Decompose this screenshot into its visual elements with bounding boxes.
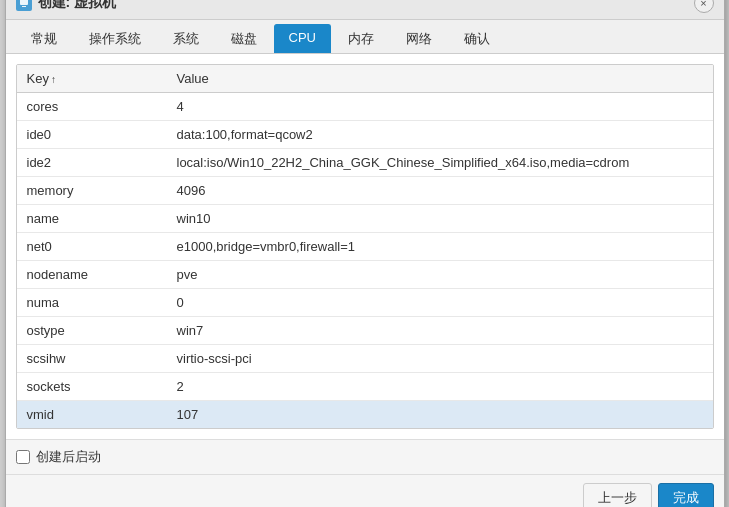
tab-network[interactable]: 网络: [391, 24, 447, 53]
table-cell-value: 4096: [167, 176, 713, 204]
tab-confirm[interactable]: 确认: [449, 24, 505, 53]
dialog-footer: 上一步 完成: [6, 474, 724, 508]
title-bar: 创建: 虚拟机 ×: [6, 0, 724, 20]
table-cell-value: 2: [167, 372, 713, 400]
close-button[interactable]: ×: [694, 0, 714, 13]
table-cell-key: ide2: [17, 148, 167, 176]
autostart-label[interactable]: 创建后启动: [16, 448, 101, 466]
table-cell-key: name: [17, 204, 167, 232]
table-row[interactable]: scsihwvirtio-scsi-pci: [17, 344, 713, 372]
col-header-key: Key↑: [17, 65, 167, 93]
table-row[interactable]: memory4096: [17, 176, 713, 204]
config-table: Key↑ Value cores4ide0data:100,format=qco…: [17, 65, 713, 428]
table-cell-key: vmid: [17, 400, 167, 428]
tab-os[interactable]: 操作系统: [74, 24, 156, 53]
table-cell-value: 4: [167, 92, 713, 120]
table-row[interactable]: ide0data:100,format=qcow2: [17, 120, 713, 148]
table-cell-key: nodename: [17, 260, 167, 288]
table-row[interactable]: sockets2: [17, 372, 713, 400]
table-row[interactable]: vmid107: [17, 400, 713, 428]
config-table-wrapper: Key↑ Value cores4ide0data:100,format=qco…: [16, 64, 714, 429]
title-bar-left: 创建: 虚拟机: [16, 0, 117, 12]
table-row[interactable]: net0e1000,bridge=vmbr0,firewall=1: [17, 232, 713, 260]
table-cell-key: ide0: [17, 120, 167, 148]
table-row[interactable]: cores4: [17, 92, 713, 120]
table-cell-value: win7: [167, 316, 713, 344]
table-cell-value: local:iso/Win10_22H2_China_GGK_Chinese_S…: [167, 148, 713, 176]
table-row[interactable]: namewin10: [17, 204, 713, 232]
prev-button[interactable]: 上一步: [583, 483, 652, 508]
table-cell-value: virtio-scsi-pci: [167, 344, 713, 372]
table-row[interactable]: nodenamepve: [17, 260, 713, 288]
tab-memory[interactable]: 内存: [333, 24, 389, 53]
tab-disk[interactable]: 磁盘: [216, 24, 272, 53]
tab-cpu[interactable]: CPU: [274, 24, 331, 53]
table-cell-value: 107: [167, 400, 713, 428]
main-content: Key↑ Value cores4ide0data:100,format=qco…: [6, 54, 724, 439]
table-row[interactable]: ostypewin7: [17, 316, 713, 344]
dialog-title: 创建: 虚拟机: [38, 0, 117, 12]
table-cell-value: pve: [167, 260, 713, 288]
tab-bar: 常规 操作系统 系统 磁盘 CPU 内存 网络 确认: [6, 20, 724, 54]
table-cell-value: data:100,format=qcow2: [167, 120, 713, 148]
tab-general[interactable]: 常规: [16, 24, 72, 53]
table-cell-key: sockets: [17, 372, 167, 400]
table-row[interactable]: numa0: [17, 288, 713, 316]
table-cell-key: cores: [17, 92, 167, 120]
table-cell-key: net0: [17, 232, 167, 260]
create-vm-dialog: 创建: 虚拟机 × 常规 操作系统 系统 磁盘 CPU 内存 网络 确认 Key…: [5, 0, 725, 507]
table-cell-value: 0: [167, 288, 713, 316]
table-cell-key: memory: [17, 176, 167, 204]
vm-icon: [16, 0, 32, 11]
svg-rect-0: [20, 0, 28, 5]
autostart-checkbox[interactable]: [16, 450, 30, 464]
table-cell-value: e1000,bridge=vmbr0,firewall=1: [167, 232, 713, 260]
table-row[interactable]: ide2local:iso/Win10_22H2_China_GGK_Chine…: [17, 148, 713, 176]
tab-system[interactable]: 系统: [158, 24, 214, 53]
table-cell-key: scsihw: [17, 344, 167, 372]
checkbox-footer: 创建后启动: [6, 439, 724, 474]
col-header-value: Value: [167, 65, 713, 93]
table-cell-value: win10: [167, 204, 713, 232]
table-cell-key: ostype: [17, 316, 167, 344]
svg-rect-1: [22, 6, 26, 7]
autostart-text: 创建后启动: [36, 448, 101, 466]
table-cell-key: numa: [17, 288, 167, 316]
finish-button[interactable]: 完成: [658, 483, 714, 508]
sort-icon[interactable]: ↑: [51, 74, 56, 85]
